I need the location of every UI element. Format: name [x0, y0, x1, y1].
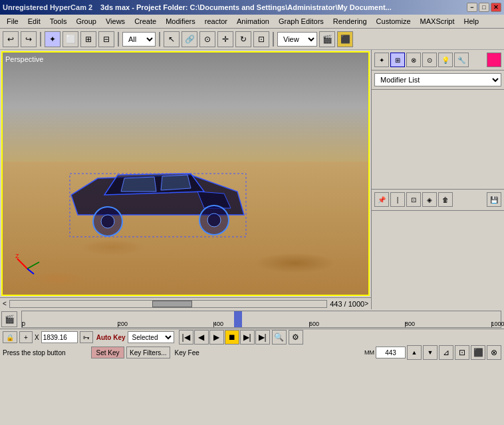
zoom-button[interactable]: 🔍: [272, 330, 287, 345]
show-end-result-button[interactable]: ⊡: [406, 192, 421, 207]
modifier-list-row: Modifier List: [372, 71, 504, 90]
viewport-3d[interactable]: Z Perspective: [1, 51, 370, 296]
menu-maxscript[interactable]: MAXScript: [416, 16, 459, 27]
go-to-start-button[interactable]: |◀: [179, 330, 193, 345]
menu-modifiers[interactable]: Modifiers: [162, 16, 199, 27]
coord-x-label: X: [35, 334, 39, 341]
set-key-button[interactable]: Set Key: [91, 347, 124, 358]
autokey-dropdown[interactable]: Selected: [128, 331, 174, 343]
viewport-nav-2[interactable]: ⊡: [455, 345, 469, 360]
minimize-button[interactable]: −: [467, 3, 477, 12]
key-icon: 🗝: [80, 331, 93, 343]
auto-key-label: Auto Key: [96, 334, 126, 341]
rotate-button[interactable]: ↻: [235, 31, 251, 47]
lock-button[interactable]: 🔒: [3, 331, 17, 343]
menu-group[interactable]: Group: [72, 16, 100, 27]
go-to-end-button[interactable]: ▶|: [255, 330, 270, 345]
menu-create[interactable]: Create: [130, 16, 160, 27]
scene-background: Z: [3, 53, 368, 295]
make-unique-button[interactable]: ◈: [422, 192, 437, 207]
menu-help[interactable]: Help: [460, 16, 483, 27]
color-swatch[interactable]: [487, 53, 501, 67]
title-bar: Unregistered HyperCam 2 3ds max - Projec…: [0, 0, 504, 15]
frame-up-button[interactable]: ▲: [407, 345, 422, 360]
menu-rendering[interactable]: Rendering: [329, 16, 371, 27]
menu-customize[interactable]: Customize: [372, 16, 415, 27]
bottom-controls-row1: 🔒 + X 🗝 Auto Key Selected |◀ ◀ ▶ ⏹ ▶| ▶|…: [0, 329, 504, 345]
link-button[interactable]: 🔗: [182, 31, 197, 47]
utilities-tab[interactable]: 🔧: [454, 53, 469, 67]
scroll-right-arrow[interactable]: >: [364, 300, 368, 307]
viewport-scrollbar-thumb[interactable]: [152, 301, 192, 307]
x-coord-input[interactable]: [41, 331, 78, 343]
display-tab[interactable]: 💡: [438, 53, 453, 67]
modifier-list-dropdown[interactable]: Modifier List: [374, 73, 501, 86]
svg-line-12: [27, 262, 39, 269]
menu-graph-editors[interactable]: Graph Editors: [275, 16, 328, 27]
modify-tab[interactable]: ⊞: [390, 53, 405, 67]
motion-tab[interactable]: ⊙: [422, 53, 437, 67]
redo-button[interactable]: ↪: [21, 31, 37, 47]
viewport-nav-3[interactable]: ⬛: [471, 345, 485, 360]
render-scene-button[interactable]: 🎬: [319, 31, 335, 47]
svg-point-6: [101, 215, 114, 228]
panel-properties-area: [372, 211, 504, 310]
playback-controls: |◀ ◀ ▶ ⏹ ▶| ▶|: [179, 330, 270, 345]
svg-text:Z: Z: [15, 253, 19, 259]
settings-button[interactable]: ⚙: [289, 330, 303, 345]
viewport-scrollbar-track[interactable]: [9, 300, 327, 308]
configure-button[interactable]: |: [390, 192, 405, 207]
timeline-current-frame[interactable]: [234, 311, 242, 327]
reference-dropdown[interactable]: View: [277, 32, 317, 47]
scroll-left-arrow[interactable]: <: [3, 300, 7, 307]
viewport-nav-4[interactable]: ⊗: [487, 345, 501, 360]
move-button[interactable]: ✛: [217, 31, 233, 47]
select-button[interactable]: ✦: [45, 31, 61, 47]
named-selection-button[interactable]: ⊟: [98, 31, 114, 47]
quick-render-button[interactable]: ⬛: [337, 31, 353, 47]
viewport-wrapper: Z Perspective < 443 / 1000 >: [0, 50, 371, 309]
scale-button[interactable]: ⊡: [253, 31, 269, 47]
select-region-button[interactable]: ⬜: [63, 31, 78, 47]
toolbar-separator-1: [40, 32, 41, 47]
next-frame-button[interactable]: ▶|: [240, 330, 255, 345]
restore-button[interactable]: □: [479, 3, 489, 12]
menu-file[interactable]: File: [3, 16, 23, 27]
create-tab[interactable]: ✦: [374, 53, 389, 67]
timeline-container: 🎬 0 200 400 600 800 1000: [0, 309, 504, 329]
svg-line-13: [27, 269, 34, 274]
bind-button[interactable]: ⊙: [199, 31, 215, 47]
timeline-icon[interactable]: 🎬: [1, 311, 17, 327]
prev-frame-button[interactable]: ◀: [194, 330, 209, 345]
filter-dropdown[interactable]: All: [122, 32, 156, 47]
ruler-400: 400: [213, 321, 223, 327]
panel-modifier-toolbar: 📌 | ⊡ ◈ 🗑 💾: [372, 190, 504, 211]
viewport-nav-1[interactable]: ⊿: [439, 345, 453, 360]
main-toolbar: ↩ ↪ ✦ ⬜ ⊞ ⊟ All ↖ 🔗 ⊙ ✛ ↻ ⊡ View 🎬 ⬛: [0, 29, 504, 50]
load-save-button[interactable]: 💾: [487, 192, 501, 207]
close-button[interactable]: ✕: [491, 3, 501, 12]
pin-stack-button[interactable]: 📌: [374, 192, 389, 207]
stop-button[interactable]: ⏹: [225, 330, 239, 345]
menu-views[interactable]: Views: [102, 16, 129, 27]
key-filters-button[interactable]: Key Filters...: [126, 347, 170, 358]
menu-tools[interactable]: Tools: [46, 16, 71, 27]
ruler-1000: 1000: [491, 321, 504, 327]
pointer-button[interactable]: ↖: [164, 31, 180, 47]
frame-down-button[interactable]: ▼: [423, 345, 438, 360]
play-button[interactable]: ▶: [209, 330, 224, 345]
svg-marker-2: [121, 177, 156, 192]
ruler-800: 800: [405, 321, 415, 327]
undo-button[interactable]: ↩: [3, 31, 19, 47]
add-key-button[interactable]: +: [19, 331, 33, 343]
remove-modifier-button[interactable]: 🗑: [438, 192, 453, 207]
menu-animation[interactable]: Animation: [233, 16, 273, 27]
hierarchy-tab[interactable]: ⊗: [406, 53, 421, 67]
frame-number-input[interactable]: [376, 347, 406, 358]
viewport-scrollbar-area: < 443 / 1000 >: [0, 297, 371, 309]
select-filter-button[interactable]: ⊞: [80, 31, 96, 47]
toolbar-separator-3: [159, 32, 160, 47]
menu-reactor[interactable]: reactor: [201, 16, 231, 27]
menu-edit[interactable]: Edit: [24, 16, 45, 27]
key-fee-label: Key Fee: [175, 349, 199, 356]
